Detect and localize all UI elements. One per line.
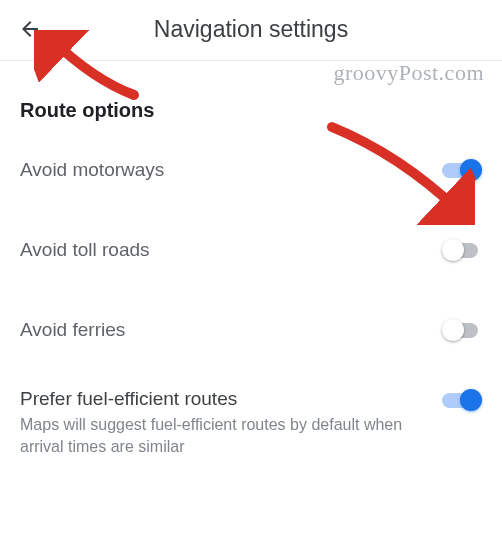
option-label: Avoid motorways: [20, 159, 442, 181]
toggle-avoid-motorways[interactable]: [442, 158, 482, 182]
option-avoid-motorways: Avoid motorways: [0, 130, 502, 210]
page-title: Navigation settings: [0, 16, 502, 43]
option-label: Prefer fuel-efficient routes: [20, 388, 442, 410]
option-fuel-efficient: Prefer fuel-efficient routes Maps will s…: [0, 370, 502, 471]
back-button[interactable]: [16, 15, 44, 43]
watermark: groovyPost.com: [333, 60, 484, 86]
back-arrow-icon: [18, 17, 42, 41]
option-label: Avoid ferries: [20, 319, 442, 341]
option-avoid-ferries: Avoid ferries: [0, 290, 502, 370]
toggle-fuel-efficient[interactable]: [442, 388, 482, 412]
option-description: Maps will suggest fuel-efficient routes …: [20, 414, 442, 457]
option-avoid-toll-roads: Avoid toll roads: [0, 210, 502, 290]
toggle-avoid-toll-roads[interactable]: [442, 238, 482, 262]
option-label: Avoid toll roads: [20, 239, 442, 261]
toggle-avoid-ferries[interactable]: [442, 318, 482, 342]
